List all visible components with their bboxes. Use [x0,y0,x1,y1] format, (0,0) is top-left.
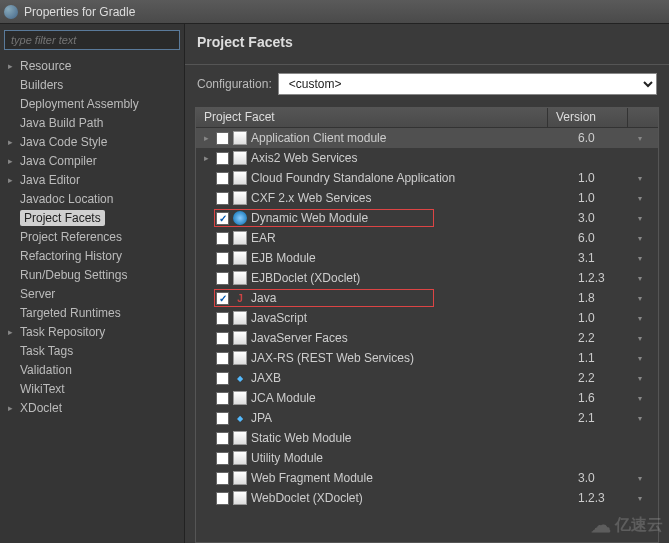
facet-row[interactable]: EJBDoclet (XDoclet)1.2.3▾ [196,268,658,288]
facet-checkbox[interactable] [216,232,229,245]
filter-input[interactable] [4,30,180,50]
version-dropdown-icon[interactable]: ▾ [638,254,658,263]
expand-icon[interactable]: ▸ [8,61,20,71]
facet-checkbox[interactable] [216,452,229,465]
dia-icon [233,411,247,425]
version-dropdown-icon[interactable]: ▾ [638,374,658,383]
facet-version: 6.0 [578,131,638,145]
facet-label: EJBDoclet (XDoclet) [251,271,578,285]
facet-row[interactable]: JPA2.1▾ [196,408,658,428]
facet-checkbox[interactable] [216,272,229,285]
sidebar-item-resource[interactable]: ▸Resource [4,56,180,75]
sidebar-item-deployment-assembly[interactable]: Deployment Assembly [4,94,180,113]
facet-checkbox[interactable] [216,492,229,505]
facet-checkbox[interactable] [216,172,229,185]
facet-row[interactable]: Web Fragment Module3.0▾ [196,468,658,488]
version-dropdown-icon[interactable]: ▾ [638,394,658,403]
facet-row[interactable]: CXF 2.x Web Services1.0▾ [196,188,658,208]
facet-checkbox[interactable] [216,472,229,485]
facet-checkbox[interactable]: ✓ [216,212,229,225]
facet-row[interactable]: JAXB2.2▾ [196,368,658,388]
facet-version: 3.0 [578,471,638,485]
facet-row[interactable]: ▸Application Client module6.0▾ [196,128,658,148]
doc-icon [233,271,247,285]
facet-checkbox[interactable] [216,432,229,445]
expand-icon[interactable]: ▸ [8,175,20,185]
sidebar-item-xdoclet[interactable]: ▸XDoclet [4,398,180,417]
sidebar-item-task-tags[interactable]: Task Tags [4,341,180,360]
facet-checkbox[interactable] [216,372,229,385]
sidebar-item-java-build-path[interactable]: Java Build Path [4,113,180,132]
facet-checkbox[interactable] [216,192,229,205]
version-dropdown-icon[interactable]: ▾ [638,194,658,203]
sidebar-item-java-code-style[interactable]: ▸Java Code Style [4,132,180,151]
sidebar-item-java-editor[interactable]: ▸Java Editor [4,170,180,189]
expand-icon[interactable]: ▸ [204,153,216,163]
facet-checkbox[interactable] [216,392,229,405]
sidebar-item-refactoring-history[interactable]: Refactoring History [4,246,180,265]
facet-checkbox[interactable] [216,352,229,365]
facet-label: WebDoclet (XDoclet) [251,491,578,505]
col-facet-header[interactable]: Project Facet [196,108,548,127]
sidebar-item-targeted-runtimes[interactable]: Targeted Runtimes [4,303,180,322]
sidebar-item-builders[interactable]: Builders [4,75,180,94]
facet-row[interactable]: JavaScript1.0▾ [196,308,658,328]
facet-label: JAXB [251,371,578,385]
version-dropdown-icon[interactable]: ▾ [638,134,658,143]
facet-row[interactable]: JCA Module1.6▾ [196,388,658,408]
facet-checkbox[interactable]: ✓ [216,292,229,305]
version-dropdown-icon[interactable]: ▾ [638,274,658,283]
facet-checkbox[interactable] [216,332,229,345]
facet-checkbox[interactable] [216,152,229,165]
col-extra-header [628,108,658,127]
sidebar-item-validation[interactable]: Validation [4,360,180,379]
sidebar-item-java-compiler[interactable]: ▸Java Compiler [4,151,180,170]
sidebar-item-label: Java Code Style [20,135,107,149]
expand-icon[interactable]: ▸ [8,327,20,337]
main-layout: ▸ResourceBuildersDeployment AssemblyJava… [0,24,669,543]
version-dropdown-icon[interactable]: ▾ [638,314,658,323]
doc-icon [233,451,247,465]
sidebar-item-project-facets[interactable]: Project Facets [4,208,180,227]
facet-row[interactable]: Static Web Module [196,428,658,448]
facet-checkbox[interactable] [216,412,229,425]
sidebar-item-run-debug-settings[interactable]: Run/Debug Settings [4,265,180,284]
version-dropdown-icon[interactable]: ▾ [638,294,658,303]
facet-version: 1.2.3 [578,491,638,505]
sidebar-item-wikitext[interactable]: WikiText [4,379,180,398]
facet-row[interactable]: Utility Module [196,448,658,468]
facet-version: 1.0 [578,311,638,325]
facet-checkbox[interactable] [216,312,229,325]
expand-icon[interactable]: ▸ [204,133,216,143]
expand-icon[interactable]: ▸ [8,156,20,166]
version-dropdown-icon[interactable]: ▾ [638,354,658,363]
facet-row[interactable]: ▸Axis2 Web Services [196,148,658,168]
version-dropdown-icon[interactable]: ▾ [638,234,658,243]
version-dropdown-icon[interactable]: ▾ [638,334,658,343]
facet-row[interactable]: EAR6.0▾ [196,228,658,248]
version-dropdown-icon[interactable]: ▾ [638,494,658,503]
facet-row[interactable]: JavaServer Faces2.2▾ [196,328,658,348]
sidebar-item-javadoc-location[interactable]: Javadoc Location [4,189,180,208]
col-version-header[interactable]: Version [548,108,628,127]
configuration-select[interactable]: <custom> [278,73,657,95]
facet-row[interactable]: Cloud Foundry Standalone Application1.0▾ [196,168,658,188]
facet-row[interactable]: EJB Module3.1▾ [196,248,658,268]
facet-row[interactable]: ✓Java1.8▾ [196,288,658,308]
sidebar-item-project-references[interactable]: Project References [4,227,180,246]
expand-icon[interactable]: ▸ [8,137,20,147]
facet-checkbox[interactable] [216,252,229,265]
facet-row[interactable]: ✓Dynamic Web Module3.0▾ [196,208,658,228]
version-dropdown-icon[interactable]: ▾ [638,174,658,183]
sidebar-item-server[interactable]: Server [4,284,180,303]
version-dropdown-icon[interactable]: ▾ [638,414,658,423]
facet-row[interactable]: WebDoclet (XDoclet)1.2.3▾ [196,488,658,508]
version-dropdown-icon[interactable]: ▾ [638,474,658,483]
version-dropdown-icon[interactable]: ▾ [638,214,658,223]
sidebar-item-task-repository[interactable]: ▸Task Repository [4,322,180,341]
facet-checkbox[interactable] [216,132,229,145]
expand-icon[interactable]: ▸ [8,403,20,413]
sidebar-item-label: Refactoring History [20,249,122,263]
doc-icon [233,191,247,205]
facet-row[interactable]: JAX-RS (REST Web Services)1.1▾ [196,348,658,368]
